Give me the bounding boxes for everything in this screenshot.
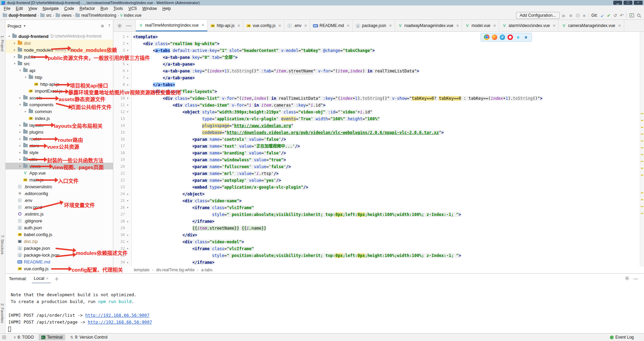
terminal-tab-local[interactable]: Local✕ xyxy=(32,276,51,283)
fold-marker-icon[interactable]: ▾ xyxy=(127,102,128,109)
edge-browser-icon[interactable]: e xyxy=(523,35,529,40)
safari-browser-icon[interactable] xyxy=(500,35,505,40)
fold-marker-icon[interactable]: ▾ xyxy=(127,54,128,61)
statusbar-terminal[interactable]: >_Terminal xyxy=(39,334,65,340)
code-area[interactable]: <template> <div class="realTime bg-white… xyxy=(132,32,640,267)
fold-marker-icon[interactable]: ▴ xyxy=(127,74,128,81)
tree-item-.env[interactable]: ≡.env xyxy=(5,197,113,204)
project-panel-header[interactable]: Project ▼ ⊕ ⇡ xyxy=(5,20,113,32)
tree-item-plugins[interactable]: ▸plugins xyxy=(5,128,113,135)
chevron-expanded-icon[interactable]: ▾ xyxy=(7,35,12,38)
tree-item-views[interactable]: ▸views xyxy=(5,163,113,169)
fold-marker-icon[interactable]: ▴ xyxy=(127,218,128,225)
chevron-collapsed-icon[interactable]: ▸ xyxy=(18,123,23,127)
statusbar-6--todo[interactable]: ≡6: TODO xyxy=(11,334,37,340)
tree-item-vue.config.js[interactable]: JSvue.config.js xyxy=(5,265,113,272)
close-icon[interactable]: ✕ xyxy=(304,24,307,28)
git-commit-icon[interactable]: ✔ xyxy=(607,13,611,18)
tree-item-main.js[interactable]: JSmain.js xyxy=(5,176,113,183)
git-rollback-icon[interactable]: ↶ xyxy=(620,13,624,18)
tree-item-assets[interactable]: ▸assets xyxy=(5,94,113,101)
git-history-icon[interactable]: ↺ xyxy=(613,13,617,18)
editor-breadcrumb-item[interactable]: template xyxy=(134,268,149,272)
hide-terminal-icon[interactable]: — xyxy=(633,276,638,281)
tree-item-.editorconfig[interactable]: ✻.editorconfig xyxy=(5,190,113,197)
minimize-button[interactable]: ▁ xyxy=(613,1,622,5)
terminal-link[interactable]: http://192.168.66.56:9007 xyxy=(85,313,149,318)
close-icon[interactable]: ✕ xyxy=(347,24,350,28)
toolwindow-favorites-button[interactable]: 2: Favorites xyxy=(0,303,4,323)
toolwindow-project-button[interactable]: 1: Project xyxy=(0,36,4,51)
fold-marker-icon[interactable]: ▾ xyxy=(127,109,128,115)
breadcrumb-item[interactable]: duoji-frontend xyxy=(3,13,36,18)
run-anything-icon[interactable] xyxy=(629,13,634,17)
chevron-collapsed-icon[interactable]: ▸ xyxy=(23,110,28,113)
editor-tab-alarmVideos-index.vue[interactable]: ValarmVideos\index.vue✕ xyxy=(499,20,559,31)
chevron-collapsed-icon[interactable]: ▸ xyxy=(12,41,17,45)
maximize-button[interactable]: ▢ xyxy=(624,1,632,5)
editor-breadcrumb-item[interactable]: div.realTime.bg-white xyxy=(156,268,195,272)
fold-marker-icon[interactable]: ▴ xyxy=(127,259,128,266)
terminal-settings-icon[interactable] xyxy=(625,276,629,281)
breadcrumb-item[interactable]: realTimeMonitoring xyxy=(75,13,116,18)
close-icon[interactable]: ✕ xyxy=(389,24,392,28)
close-icon[interactable]: ✕ xyxy=(46,276,49,281)
collapse-all-icon[interactable]: ⇡ xyxy=(108,24,111,28)
tree-item-App.vue[interactable]: VApp.vue xyxy=(5,169,113,176)
editor-tab-README.md[interactable]: MDREADME.md✕ xyxy=(310,20,353,31)
tree-item-utils[interactable]: ▸utils xyxy=(5,156,113,163)
menu-item-help[interactable]: Help xyxy=(160,6,173,11)
chevron-expanded-icon[interactable]: ▾ xyxy=(18,69,23,72)
chevron-collapsed-icon[interactable]: ▸ xyxy=(18,96,23,99)
tree-item-root[interactable]: ▾duoji-frontendD:\zheheWeb\duoji-fronten… xyxy=(5,33,113,40)
editor-tab-http-api.js[interactable]: JShttp-api.js✕ xyxy=(207,20,243,31)
menu-item-vcs[interactable]: VCS xyxy=(126,6,139,11)
fold-marker-icon[interactable]: ▾ xyxy=(127,245,128,252)
menu-item-view[interactable]: View xyxy=(26,6,40,11)
tree-item-package-lock.json[interactable]: {}package-lock.json xyxy=(5,251,113,258)
tree-item-package.json[interactable]: {}package.json xyxy=(5,245,113,251)
editor-tab-vue.config.js[interactable]: JSvue.config.js✕ xyxy=(243,20,284,31)
breadcrumb-item[interactable]: Vindex.vue xyxy=(120,13,141,18)
gear-icon[interactable] xyxy=(117,24,122,28)
close-icon[interactable]: ✕ xyxy=(237,24,240,28)
fold-marker-icon[interactable]: ▴ xyxy=(127,191,128,197)
add-configuration-button[interactable]: Add Configuration... xyxy=(516,12,560,19)
chevron-collapsed-icon[interactable]: ▸ xyxy=(18,151,23,154)
statusbar-9--version-control[interactable]: ⇅9: Version Control xyxy=(67,334,110,340)
fold-marker-icon[interactable]: ▾ xyxy=(127,238,128,245)
fold-marker-icon[interactable]: ▾ xyxy=(127,88,128,95)
breadcrumb-item[interactable]: src xyxy=(40,13,52,18)
run-icon[interactable]: ▶ xyxy=(562,13,566,18)
editor-tab-.env[interactable]: ≡.env✕ xyxy=(284,20,310,31)
menu-item-edit[interactable]: Edit xyxy=(13,6,25,11)
stop-icon[interactable]: ■ xyxy=(583,13,586,18)
search-everywhere-icon[interactable] xyxy=(637,13,641,18)
chrome-browser-icon[interactable] xyxy=(484,35,489,40)
menu-item-file[interactable]: File xyxy=(1,6,13,11)
chevron-expanded-icon[interactable]: ▾ xyxy=(12,62,17,65)
fold-marker-icon[interactable]: ▴ xyxy=(127,61,128,68)
menu-item-run[interactable]: Run xyxy=(98,6,110,11)
hide-panel-icon[interactable]: — xyxy=(126,23,131,29)
close-button[interactable]: × xyxy=(634,1,643,5)
menu-item-tools[interactable]: Tools xyxy=(111,6,125,11)
tree-item-src[interactable]: ▾src xyxy=(5,60,113,67)
tree-item-public[interactable]: ▸public xyxy=(5,53,113,60)
fold-marker-icon[interactable]: ▾ xyxy=(127,40,128,47)
tree-item-style[interactable]: ▸style xyxy=(5,149,113,156)
breadcrumb-item[interactable]: views xyxy=(56,13,72,18)
tree-item-router[interactable]: ▸router xyxy=(5,135,113,142)
ie-browser-icon[interactable]: e xyxy=(515,35,521,40)
chevron-expanded-icon[interactable]: ▾ xyxy=(23,76,28,79)
close-icon[interactable]: ✕ xyxy=(201,23,204,27)
fold-marker-icon[interactable]: ▴ xyxy=(127,81,128,88)
editor-tab-model.vue[interactable]: Vmodel.vue✕ xyxy=(462,20,499,31)
git-update-icon[interactable]: ↙ xyxy=(600,13,604,18)
firefox-browser-icon[interactable] xyxy=(492,35,497,40)
menu-item-code[interactable]: Code xyxy=(62,6,76,11)
tree-item-importExcel.js[interactable]: JSimportExcel.js xyxy=(5,87,113,94)
error-stripe[interactable] xyxy=(640,32,644,267)
chevron-collapsed-icon[interactable]: ▸ xyxy=(18,144,23,147)
tree-item-components[interactable]: ▾components xyxy=(5,101,113,108)
